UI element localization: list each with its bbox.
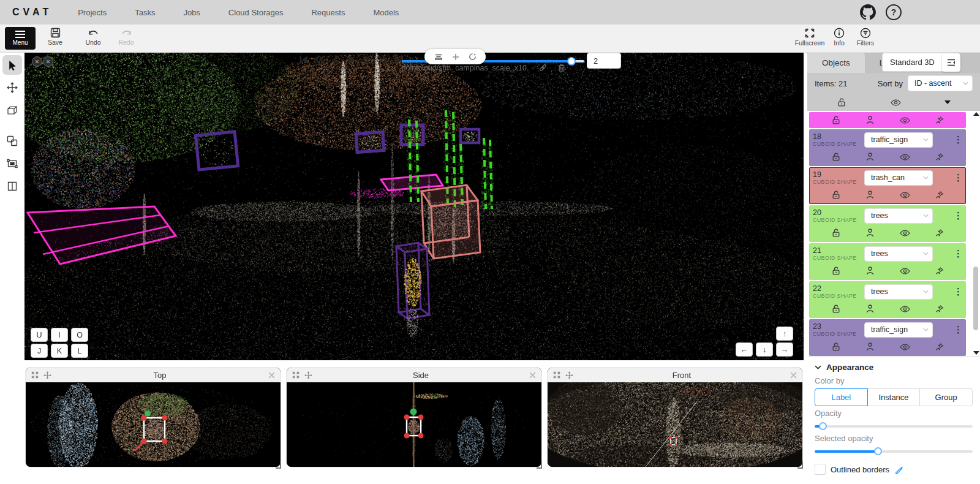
hide-icon[interactable] [900, 153, 910, 162]
object-item-21[interactable]: 21CUBOID SHAPEtrees⋮ [809, 243, 966, 280]
object-label-select[interactable]: trash_can [864, 170, 933, 186]
scroll-down-icon[interactable] [973, 351, 979, 355]
pin-icon[interactable] [935, 304, 944, 314]
color-by-group-option[interactable]: Group [919, 388, 973, 406]
lock-icon[interactable] [831, 266, 841, 276]
lock-icon[interactable] [831, 228, 841, 238]
lock-icon[interactable] [831, 115, 841, 125]
merge-tool[interactable] [2, 131, 22, 151]
hide-icon[interactable] [900, 229, 910, 238]
axis-gizmo-icon[interactable]: ✕ [32, 56, 42, 67]
occluded-icon[interactable] [865, 228, 875, 238]
info-button[interactable]: Info [828, 28, 850, 47]
rewind-button[interactable] [314, 55, 326, 65]
arrow-right-key[interactable]: → [776, 342, 793, 357]
object-label-select[interactable]: traffic_sign [864, 322, 933, 338]
hide-all-icon[interactable] [891, 98, 901, 107]
object-actions-menu[interactable]: ⋮ [954, 327, 962, 332]
play-button[interactable] [346, 55, 356, 65]
nav-item-requests[interactable]: Requests [311, 8, 345, 17]
object-actions-menu[interactable]: ⋮ [954, 213, 962, 218]
group-tool[interactable] [2, 154, 22, 173]
sort-select[interactable]: ID - ascent [908, 75, 973, 91]
pin-icon[interactable] [935, 267, 944, 276]
color-by-label-option[interactable]: Label [815, 388, 868, 406]
hide-icon[interactable] [900, 116, 910, 125]
nav-item-tasks[interactable]: Tasks [135, 8, 155, 17]
expand-all-caret-icon[interactable] [944, 100, 951, 104]
arrow-down-key[interactable]: ↓ [756, 342, 773, 357]
color-by-instance-option[interactable]: Instance [867, 388, 921, 406]
expand-view-icon[interactable] [553, 371, 560, 379]
lock-all-icon[interactable] [837, 97, 846, 107]
border-color-picker-icon[interactable] [894, 465, 903, 474]
undo-button[interactable]: Undo [80, 28, 107, 46]
lock-icon[interactable] [831, 190, 841, 200]
arrow-up-key[interactable]: ↑ [776, 327, 793, 341]
side-view-canvas[interactable] [287, 382, 541, 467]
hide-icon[interactable] [900, 267, 910, 276]
close-view-icon[interactable] [529, 372, 536, 379]
first-frame-button[interactable] [298, 55, 309, 65]
object-actions-menu[interactable]: ⋮ [954, 251, 962, 256]
object-label-select[interactable]: trees [864, 284, 933, 300]
close-view-icon[interactable] [790, 372, 797, 379]
occluded-icon[interactable] [865, 152, 875, 162]
selected-opacity-slider-handle[interactable] [874, 447, 882, 455]
help-icon[interactable]: ? [886, 4, 902, 20]
pin-icon[interactable] [935, 229, 944, 238]
camera-key-l[interactable]: L [71, 344, 88, 358]
nav-item-jobs[interactable]: Jobs [183, 8, 200, 17]
copy-link-icon[interactable] [538, 63, 548, 72]
object-label-select[interactable]: trees [864, 208, 933, 224]
camera-key-j[interactable]: J [31, 344, 48, 358]
object-label-select[interactable]: trees [864, 246, 933, 262]
occluded-icon[interactable] [865, 190, 875, 200]
pin-icon[interactable] [935, 116, 944, 125]
opacity-slider-handle[interactable] [819, 422, 827, 430]
occluded-icon[interactable] [865, 342, 875, 352]
object-item-22[interactable]: 22CUBOID SHAPEtrees⋮ [809, 281, 966, 318]
selected-opacity-slider[interactable] [815, 447, 973, 456]
object-item-19[interactable]: 19CUBOID SHAPEtrash_can⋮ [809, 167, 966, 204]
occluded-icon[interactable] [865, 304, 875, 314]
cursor-tool[interactable] [2, 55, 22, 75]
object-item-20[interactable]: 20CUBOID SHAPEtrees⋮ [809, 205, 966, 242]
hide-icon[interactable] [900, 304, 910, 314]
object-actions-menu[interactable]: ⋮ [954, 289, 962, 294]
save-button[interactable]: Save [42, 28, 69, 46]
redo-button[interactable]: Redo [113, 28, 140, 46]
filters-button[interactable]: Filters [853, 28, 878, 47]
outlined-borders-checkbox[interactable] [815, 464, 826, 475]
fullscreen-button[interactable]: Fullscreen [795, 28, 824, 47]
next-frame-button[interactable] [362, 55, 371, 65]
expand-view-icon[interactable] [292, 371, 300, 379]
scrollbar-thumb[interactable] [973, 267, 978, 330]
hide-icon[interactable] [900, 342, 910, 352]
menu-button[interactable]: Menu [5, 27, 36, 50]
nav-item-cloud-storages[interactable]: Cloud Storages [228, 8, 284, 17]
front-view-canvas[interactable] [548, 382, 802, 467]
object-label-select[interactable]: traffic_sign [864, 132, 933, 148]
reset-view-icon[interactable] [469, 53, 477, 61]
resize-handle[interactable] [537, 461, 542, 469]
tab-objects[interactable]: Objects [807, 52, 865, 73]
nav-item-projects[interactable]: Projects [78, 8, 107, 17]
cuboid-tool[interactable] [2, 100, 22, 120]
hide-icon[interactable] [900, 191, 910, 200]
cvat-logo[interactable]: CVAT [12, 7, 52, 18]
resize-handle[interactable] [276, 461, 281, 469]
frame-number-input[interactable] [587, 53, 621, 69]
perspective-view-canvas[interactable]: ✕ ✕ UIO JKL ↑ ← ↓ → [24, 52, 804, 360]
pin-icon[interactable] [935, 153, 944, 162]
nav-item-models[interactable]: Models [373, 8, 399, 17]
occluded-icon[interactable] [865, 266, 875, 276]
pin-icon[interactable] [935, 342, 944, 352]
move-view-icon[interactable] [43, 371, 51, 379]
scroll-up-icon[interactable] [973, 112, 979, 116]
github-icon[interactable] [860, 4, 876, 20]
objects-list-scrollbar[interactable] [972, 112, 979, 355]
previous-frame-button[interactable] [331, 55, 341, 65]
lock-icon[interactable] [831, 342, 841, 352]
camera-key-o[interactable]: O [71, 328, 88, 342]
